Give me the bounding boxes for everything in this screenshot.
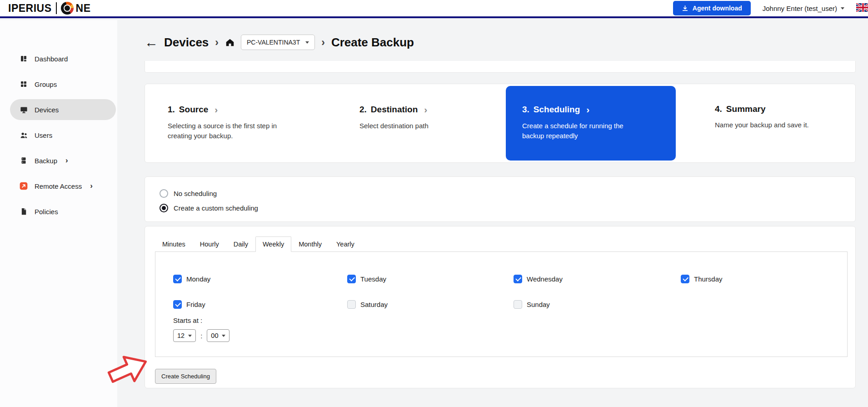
radio-label: No scheduling	[174, 190, 217, 197]
checkbox-checked-icon	[173, 300, 182, 309]
checkbox-sunday[interactable]: Sunday	[514, 299, 681, 309]
radio-label: Create a custom scheduling	[174, 204, 258, 212]
sidebar-item-label: Remote Access	[35, 182, 82, 190]
page-title: Create Backup	[331, 35, 414, 50]
chevron-right-icon	[64, 156, 68, 165]
step-number: 1.	[168, 105, 175, 115]
minute-select[interactable]: 00	[207, 329, 229, 342]
checkbox-checked-icon	[681, 275, 689, 283]
radio-icon	[160, 189, 168, 198]
checkbox-monday[interactable]: Monday	[173, 274, 347, 284]
day-label: Thursday	[694, 275, 723, 283]
time-row: 12 : 00	[173, 329, 847, 342]
checkbox-wednesday[interactable]: Wednesday	[514, 274, 681, 284]
day-label: Monday	[186, 275, 210, 283]
minute-select-value: 00	[211, 332, 218, 339]
step-description: Name your backup and save it.	[715, 120, 855, 130]
checkbox-thursday[interactable]: Thursday	[681, 274, 847, 284]
step-title: 1. Source	[168, 104, 359, 115]
radio-no-scheduling[interactable]: No scheduling	[160, 186, 855, 201]
user-menu-label: Johnny Enter (test_user)	[763, 5, 837, 12]
time-separator: :	[200, 332, 202, 340]
checkbox-friday[interactable]: Friday	[173, 299, 347, 309]
checkbox-saturday[interactable]: Saturday	[347, 299, 514, 309]
sidebar-item-backup[interactable]: Backup	[10, 150, 116, 171]
scheduling-choice-card: No scheduling Create a custom scheduling	[145, 176, 856, 222]
topbar-right: Agent download Johnny Enter (test_user)	[673, 1, 868, 15]
device-select-value: PC-VALENTINA3T	[247, 39, 300, 46]
user-menu[interactable]: Johnny Enter (test_user)	[763, 5, 844, 12]
step-source[interactable]: 1. Source Selecting a source is the firs…	[168, 84, 359, 162]
tab-hourly[interactable]: Hourly	[193, 236, 226, 252]
radio-custom-scheduling[interactable]: Create a custom scheduling	[160, 201, 855, 215]
step-title-text: Source	[179, 105, 208, 115]
hour-select[interactable]: 12	[173, 329, 196, 342]
step-destination[interactable]: 2. Destination Select destination path	[359, 84, 506, 162]
logo-product-text: NE	[76, 2, 91, 15]
sidebar-item-policies[interactable]: Policies	[10, 201, 116, 222]
logo-divider	[56, 2, 57, 14]
sidebar-item-dashboard[interactable]: Dashboard	[10, 48, 116, 69]
schedule-editor-card: Minutes Hourly Daily Weekly Monthly Year…	[145, 226, 856, 388]
agent-download-button[interactable]: Agent download	[673, 1, 751, 15]
dashboard-icon	[19, 54, 28, 63]
scrolled-card-edge	[145, 61, 856, 73]
hour-select-value: 12	[177, 332, 185, 339]
sidebar-item-groups[interactable]: Groups	[10, 74, 116, 95]
tab-daily[interactable]: Daily	[226, 236, 255, 252]
step-title: 4. Summary	[715, 104, 855, 114]
create-scheduling-button[interactable]: Create Scheduling	[155, 369, 216, 384]
day-label: Sunday	[527, 301, 550, 308]
chevron-down-icon	[222, 335, 225, 337]
wizard-steps: 1. Source Selecting a source is the firs…	[145, 84, 856, 163]
step-summary[interactable]: 4. Summary Name your backup and save it.	[676, 84, 855, 162]
main-content: Devices › PC-VALENTINA3T › Create Backup…	[117, 20, 868, 407]
sidebar-item-label: Policies	[35, 208, 58, 216]
chevron-right-icon	[584, 104, 589, 115]
step-title: 2. Destination	[359, 104, 506, 115]
sidebar-item-devices[interactable]: Devices	[10, 99, 116, 120]
sidebar-item-remote-access[interactable]: Remote Access	[10, 176, 116, 196]
chevron-right-icon: ›	[321, 36, 325, 49]
step-title-text: Summary	[726, 104, 766, 114]
language-flag-icon[interactable]	[856, 3, 868, 14]
sidebar-item-label: Groups	[35, 80, 57, 88]
sidebar-item-label: Devices	[35, 106, 59, 114]
remote-access-icon	[19, 181, 28, 191]
radio-selected-icon	[160, 204, 168, 212]
breadcrumb-devices-link[interactable]: Devices	[164, 35, 209, 50]
tab-weekly[interactable]: Weekly	[255, 236, 291, 252]
backup-icon	[19, 156, 28, 165]
users-icon	[19, 131, 28, 140]
checkbox-tuesday[interactable]: Tuesday	[347, 274, 514, 284]
step-number: 2.	[359, 105, 367, 115]
chevron-down-icon	[188, 335, 192, 337]
tab-minutes[interactable]: Minutes	[155, 236, 193, 252]
step-title: 3. Scheduling	[522, 104, 676, 115]
top-bar: IPERIUS NE Agent download Johnny Enter (…	[0, 0, 868, 18]
starts-at-label: Starts at :	[173, 317, 847, 324]
step-number: 4.	[715, 104, 722, 114]
sidebar-item-label: Users	[35, 131, 52, 139]
logo-brand-text: IPERIUS	[8, 2, 52, 15]
day-label: Saturday	[360, 301, 388, 308]
back-arrow-icon[interactable]	[145, 35, 158, 49]
chevron-right-icon	[422, 104, 427, 115]
step-description: Select destination path	[359, 121, 506, 131]
device-select[interactable]: PC-VALENTINA3T	[241, 35, 315, 50]
step-scheduling-active[interactable]: 3. Scheduling Create a schedule for runn…	[506, 86, 676, 161]
policies-icon	[19, 207, 28, 216]
download-icon	[682, 5, 688, 12]
tab-monthly[interactable]: Monthly	[291, 236, 329, 252]
weekly-panel: Monday Tuesday Wednesday Thursday Friday	[155, 251, 848, 357]
logo-o-icon	[61, 2, 74, 15]
sidebar-item-users[interactable]: Users	[10, 125, 116, 146]
schedule-tabs: Minutes Hourly Daily Weekly Monthly Year…	[155, 236, 848, 251]
home-icon[interactable]	[225, 37, 235, 47]
agent-download-label: Agent download	[693, 5, 742, 12]
step-number: 3.	[522, 105, 529, 115]
step-title-text: Scheduling	[534, 105, 580, 115]
step-description: Create a schedule for running the backup…	[522, 121, 632, 141]
tab-yearly[interactable]: Yearly	[329, 236, 362, 252]
devices-icon	[19, 105, 28, 114]
